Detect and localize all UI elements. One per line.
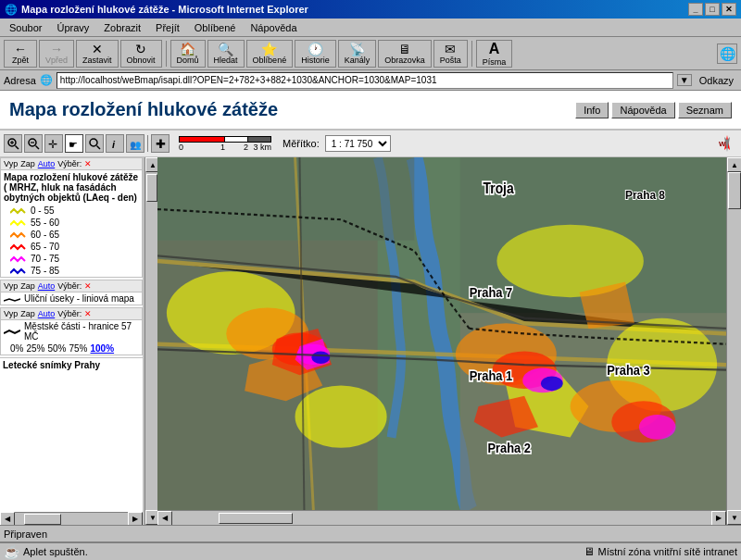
svg-text:Praha 2: Praha 2 — [488, 442, 532, 456]
svg-text:Praha 8: Praha 8 — [625, 188, 665, 202]
svg-text:✛: ✛ — [48, 138, 57, 150]
zap-2[interactable]: Zap — [20, 309, 35, 318]
zone-icon: 🖥 — [584, 545, 595, 558]
map-vscroll-up[interactable]: ▲ — [727, 157, 741, 172]
legend-panel: Vyp Zap Auto Výběr: ✕ Mapa rozložení hlu… — [0, 157, 144, 525]
svg-line-10 — [97, 146, 101, 150]
page-header: Mapa rozložení hlukové zátěže Info Nápov… — [0, 91, 741, 130]
vyp-1[interactable]: Vyp — [4, 281, 18, 291]
info-button[interactable]: Info — [575, 102, 609, 118]
measure-tool[interactable]: 👥 — [126, 134, 144, 153]
java-icon: ☕ — [4, 544, 19, 559]
menu-zobrazit[interactable]: Zobrazit — [98, 21, 146, 34]
svg-text:Troja: Troja — [484, 180, 515, 196]
map-vscroll-down[interactable]: ▼ — [727, 510, 741, 525]
vyp-2[interactable]: Vyp — [4, 309, 18, 318]
info-tool[interactable]: i — [106, 134, 124, 153]
napoveda-button[interactable]: Nápověda — [611, 102, 674, 118]
font-button[interactable]: A Písma — [476, 40, 513, 68]
home-button[interactable]: 🏠 Domů — [170, 40, 206, 68]
map-toolbar: ✛ ☛ i 👥 ✚ — [0, 131, 741, 157]
add-tool[interactable]: ✚ — [151, 134, 170, 153]
map-vscroll[interactable]: ▲ ▼ — [726, 157, 741, 525]
svg-text:Praha 1: Praha 1 — [470, 368, 513, 383]
forward-button[interactable]: → Vpřed — [39, 40, 74, 68]
pan-tool[interactable]: ✛ — [44, 134, 63, 153]
zoom-area-tool[interactable] — [85, 134, 104, 153]
map-svg: Troja Praha 7 Praha 1 Praha 3 Praha 2 Pr… — [157, 157, 726, 510]
zap-1[interactable]: Zap — [20, 281, 35, 291]
map-vscroll-track — [727, 172, 741, 510]
page-content: Mapa rozložení hlukové zátěže Info Nápov… — [0, 91, 741, 525]
browser-status-left: Aplet spuštěn. — [23, 546, 88, 557]
scroll-right[interactable]: ▶ — [128, 512, 143, 526]
vscroll-thumb[interactable] — [146, 174, 157, 202]
search-button[interactable]: 🔍 Hledat — [207, 40, 245, 68]
svg-point-9 — [90, 139, 97, 146]
auto-1[interactable]: Auto — [38, 281, 56, 291]
menu-napoveda[interactable]: Nápověda — [245, 21, 302, 34]
map-vscroll-thumb[interactable] — [728, 172, 741, 209]
layer-title-2: Městské části - hranice 57 MČ — [1, 320, 142, 342]
close-button[interactable]: ✕ — [722, 3, 736, 16]
seznam-button[interactable]: Seznam — [678, 102, 732, 118]
address-bar: Adresa 🌐 ▼ Odkazy — [0, 70, 741, 91]
auto-2[interactable]: Auto — [38, 309, 56, 318]
auto-0[interactable]: Auto — [38, 159, 56, 168]
menu-bar: Soubor Úpravy Zobrazit Přejít Oblíbené N… — [0, 19, 741, 37]
vyber-x-1[interactable]: ✕ — [84, 281, 92, 291]
page-icon: 🌐 — [40, 74, 53, 86]
scroll-left[interactable]: ◀ — [0, 512, 15, 526]
vyp-0[interactable]: Vyp — [4, 159, 18, 168]
map-hscroll[interactable]: ◀ ▶ — [157, 510, 726, 525]
history-button[interactable]: 🕐 Historie — [295, 40, 336, 68]
vyber-x-2[interactable]: ✕ — [84, 309, 92, 318]
back-button[interactable]: ← Zpět — [4, 40, 37, 68]
map-view[interactable]: Troja Praha 7 Praha 1 Praha 3 Praha 2 Pr… — [157, 157, 726, 510]
title-bar: 🌐 Mapa rozložení hlukové zátěže - Micros… — [0, 0, 741, 19]
map-main-row: Vyp Zap Auto Výběr: ✕ Mapa rozložení hlu… — [0, 157, 741, 525]
hscroll-left[interactable]: ◀ — [157, 511, 172, 526]
vscroll-track — [145, 172, 157, 510]
legend-item-4: 70 - 75 — [1, 253, 142, 265]
layer-group-0: Vyp Zap Auto Výběr: ✕ Mapa rozložení hlu… — [0, 157, 143, 278]
favorites-button[interactable]: ⭐ Oblíbené — [246, 40, 294, 68]
layer-header-2: Vyp Zap Auto Výběr: ✕ — [1, 308, 142, 320]
svg-point-41 — [639, 415, 676, 440]
refresh-button[interactable]: ↻ Obnovit — [120, 40, 162, 68]
fullscreen-button[interactable]: 🖥 Obrazovka — [378, 40, 432, 68]
ie-logo: 🌐 — [717, 44, 737, 64]
mail-button[interactable]: ✉ Pošta — [433, 40, 468, 68]
minimize-button[interactable]: _ — [688, 3, 703, 16]
layer-panel-scrollbar[interactable]: ◀ ▶ — [0, 512, 143, 525]
address-dropdown[interactable]: ▼ — [677, 74, 692, 86]
menu-prejit[interactable]: Přejít — [150, 21, 185, 34]
browser-status-bar: ☕ Aplet spuštěn. 🖥 Místní zóna vnitřní s… — [0, 541, 741, 560]
select-tool[interactable]: ☛ — [65, 134, 83, 153]
compass: W — [717, 133, 737, 154]
layer-vscroll[interactable]: ▲ ▼ — [144, 157, 157, 525]
h-scroll-thumb[interactable] — [24, 514, 61, 525]
links-button[interactable]: Odkazy — [696, 75, 737, 86]
hscroll-right[interactable]: ▶ — [711, 511, 726, 526]
scale-select[interactable]: 1 : 71 750 — [325, 135, 391, 152]
zap-0[interactable]: Zap — [20, 159, 35, 168]
svg-text:👥: 👥 — [130, 139, 142, 150]
channels-button[interactable]: 📡 Kanály — [338, 40, 377, 68]
stop-button[interactable]: ✕ Zastavit — [76, 40, 119, 68]
menu-soubor[interactable]: Soubor — [4, 21, 47, 34]
layer-header-1: Vyp Zap Auto Výběr: ✕ — [1, 280, 142, 292]
address-input[interactable] — [57, 72, 673, 89]
hscroll-thumb[interactable] — [219, 513, 293, 524]
layer-group-2: Vyp Zap Auto Výběr: ✕ Městské části - hr… — [0, 307, 143, 355]
menu-upravy[interactable]: Úpravy — [51, 21, 94, 34]
svg-text:☛: ☛ — [69, 139, 78, 150]
page-status-bar: Připraven — [0, 525, 741, 541]
zoom-out-tool[interactable] — [24, 134, 43, 153]
svg-text:✚: ✚ — [156, 137, 166, 150]
menu-oblibene[interactable]: Oblíbené — [189, 21, 242, 34]
meritko-label: Měřítko: — [283, 138, 320, 149]
maximize-button[interactable]: □ — [705, 3, 720, 16]
vyber-x-0[interactable]: ✕ — [84, 159, 92, 168]
zoom-in-tool[interactable] — [4, 134, 22, 153]
